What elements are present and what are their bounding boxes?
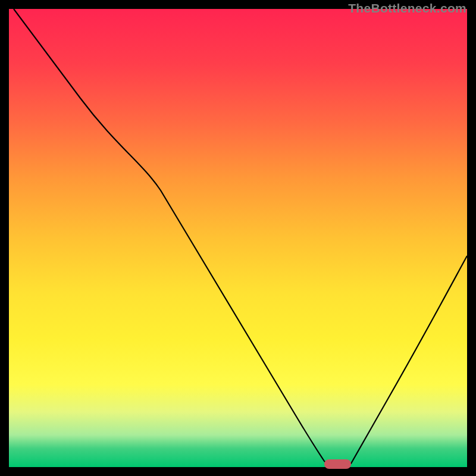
bottleneck-curve (9, 9, 467, 467)
curve-path (14, 9, 467, 464)
optimal-marker (324, 459, 351, 469)
watermark: TheBottleneck.com (348, 1, 466, 15)
plot-area (9, 9, 467, 467)
